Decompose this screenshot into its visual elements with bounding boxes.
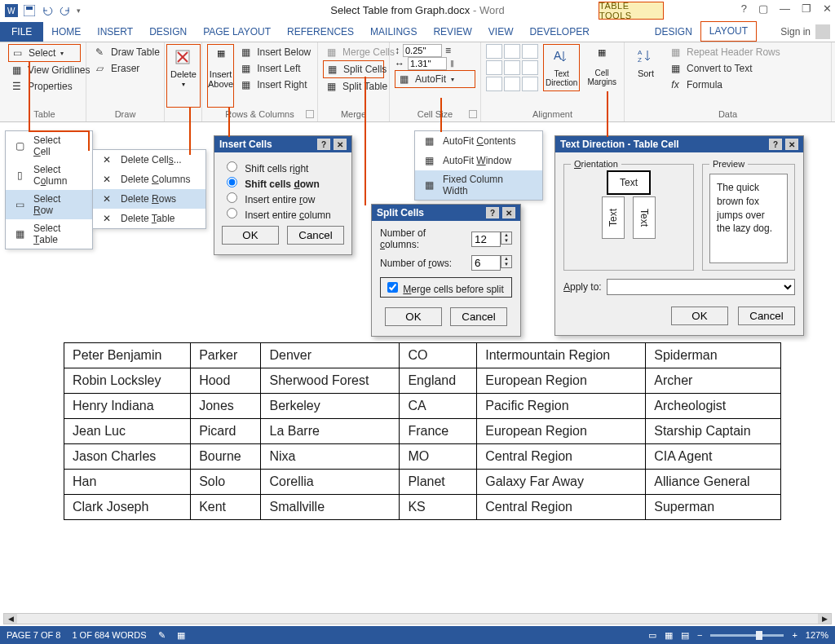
text-direction-button[interactable]: AText Direction [543,44,580,91]
spin-cols[interactable]: ▲▼ [501,232,512,245]
dialog-close-icon[interactable]: ✕ [502,207,515,218]
cancel-button[interactable]: Cancel [450,307,507,326]
status-words[interactable]: 1 OF 684 WORDS [72,630,146,640]
table-cell[interactable]: Denver [261,343,400,368]
table-cell[interactable]: Smallville [261,495,400,520]
table-cell[interactable]: Henry Indiana [64,394,191,419]
menu-select-column[interactable]: ▯Select Column [6,161,92,190]
delete-button[interactable]: Delete▾ [166,44,201,108]
table-cell[interactable]: CIA Agent [646,444,781,470]
table-cell[interactable]: Jean Luc [64,419,191,444]
tab-insert[interactable]: INSERT [89,23,141,42]
distribute-cols-icon[interactable]: ⦀ [450,58,454,69]
cancel-button[interactable]: Cancel [738,307,795,325]
read-mode-icon[interactable]: ▭ [648,630,656,641]
table-cell[interactable]: Central Region [477,495,646,520]
close-icon[interactable]: ✕ [823,2,832,15]
table-cell[interactable]: Jason Charles [64,444,191,470]
table-cell[interactable]: European Region [477,419,646,444]
data-table[interactable]: Peter BenjaminParkerDenverCOIntermountai… [64,342,781,520]
dialog-help-icon[interactable]: ? [486,207,499,218]
menu-delete-rows[interactable]: ✕Delete Rows [93,189,205,209]
table-cell[interactable]: Archer [646,368,781,394]
tab-review[interactable]: REVIEW [425,23,479,42]
menu-autofit-window[interactable]: ▦AutoFit Window [415,151,542,170]
menu-autofit-contents[interactable]: ▦AutoFit Contents [415,131,542,151]
scroll-left-icon[interactable]: ◀ [4,614,17,624]
table-cell[interactable]: Intermountain Region [477,343,646,368]
table-cell[interactable]: Clark Joseph [64,495,191,520]
opt-entire-column[interactable]: Insert entire column [223,205,343,221]
table-cell[interactable]: Parker [191,343,261,368]
status-page[interactable]: PAGE 7 OF 8 [7,630,60,640]
zoom-level[interactable]: 127% [806,630,828,640]
row-height-input[interactable] [403,44,442,57]
horizontal-scrollbar[interactable]: ◀ ▶ [3,613,832,624]
split-rows-input[interactable] [471,255,501,271]
table-cell[interactable]: La Barre [261,419,400,444]
repeat-header-rows-button[interactable]: ▦Repeat Header Rows [667,44,784,60]
table-cell[interactable]: Galaxy Far Away [477,470,646,495]
scroll-right-icon[interactable]: ▶ [818,614,831,624]
sign-in[interactable]: Sign in [780,24,830,39]
tab-tabletools-design[interactable]: DESIGN [647,23,700,42]
insert-below-button[interactable]: ▦Insert Below [237,44,314,60]
table-row[interactable]: Clark JosephKentSmallvilleKSCentral Regi… [64,495,781,520]
web-layout-icon[interactable]: ▤ [681,630,689,641]
tab-tabletools-layout[interactable]: LAYOUT [700,21,757,42]
table-row[interactable]: Jean LucPicardLa BarreFranceEuropean Reg… [64,419,781,444]
table-cell[interactable]: Archeologist [646,394,781,419]
merge-before-split-checkbox[interactable]: Merge cells before split [380,277,512,298]
spellcheck-icon[interactable]: ✎ [158,630,166,641]
zoom-in-icon[interactable]: + [792,630,797,640]
text-direction-horizontal[interactable]: Text [607,170,651,195]
table-cell[interactable]: Bourne [191,444,261,470]
menu-delete-table[interactable]: ✕Delete Table [93,209,205,228]
ribbon-collapse-icon[interactable]: ▢ [758,2,768,15]
view-gridlines-button[interactable]: ▦ View Gridlines [8,62,81,78]
tab-mailings[interactable]: MAILINGS [362,23,425,42]
table-cell[interactable]: MO [400,444,477,470]
help-icon[interactable]: ? [741,2,747,15]
zoom-out-icon[interactable]: − [697,630,702,640]
table-row[interactable]: Robin LocksleyHoodSherwood ForestEngland… [64,368,781,394]
table-cell[interactable]: Peter Benjamin [64,343,191,368]
tab-design[interactable]: DESIGN [141,23,195,42]
cell-margins-button[interactable]: ▦Cell Margins [585,44,619,91]
tab-references[interactable]: REFERENCES [279,23,362,42]
table-cell[interactable]: Jones [191,394,261,419]
text-direction-bottom-top[interactable]: Text [602,196,625,239]
insert-above-button[interactable]: ▦Insert Above [207,44,234,108]
convert-to-text-button[interactable]: ▦Convert to Text [667,60,784,77]
autofit-button[interactable]: ▦AutoFit▾ [395,70,475,88]
tab-developer[interactable]: DEVELOPER [521,23,597,42]
table-cell[interactable]: Kent [191,495,261,520]
split-table-button[interactable]: ▦Split Table [323,78,384,95]
table-cell[interactable]: Berkeley [261,394,400,419]
merge-cells-button[interactable]: ▦Merge Cells [323,44,384,60]
cell-size-dialog-launcher[interactable] [469,110,477,118]
table-cell[interactable]: Hood [191,368,261,394]
menu-fixed-column-width[interactable]: ▦Fixed Column Width [415,170,542,200]
qat-customize-icon[interactable]: ▾ [77,7,81,15]
minimize-icon[interactable]: — [780,2,790,15]
table-cell[interactable]: Starship Captain [646,419,781,444]
print-layout-icon[interactable]: ▦ [665,630,673,641]
dialog-help-icon[interactable]: ? [317,139,330,150]
table-cell[interactable]: KS [400,495,477,520]
spin-rows[interactable]: ▲▼ [501,255,512,268]
dialog-help-icon[interactable]: ? [769,139,782,150]
tab-view[interactable]: VIEW [480,23,522,42]
table-cell[interactable]: Solo [191,470,261,495]
undo-icon[interactable] [41,4,54,17]
text-direction-top-bottom[interactable]: Text [633,196,656,239]
insert-left-button[interactable]: ▦Insert Left [237,60,314,77]
distribute-rows-icon[interactable]: ≡ [445,45,451,56]
save-icon[interactable] [23,4,36,17]
properties-button[interactable]: ☰ Properties [8,78,81,95]
opt-shift-down[interactable]: Shift cells down [223,174,343,190]
apply-to-select[interactable] [607,279,795,295]
table-cell[interactable]: England [400,368,477,394]
restore-icon[interactable]: ❐ [802,2,811,15]
redo-icon[interactable] [59,4,72,17]
